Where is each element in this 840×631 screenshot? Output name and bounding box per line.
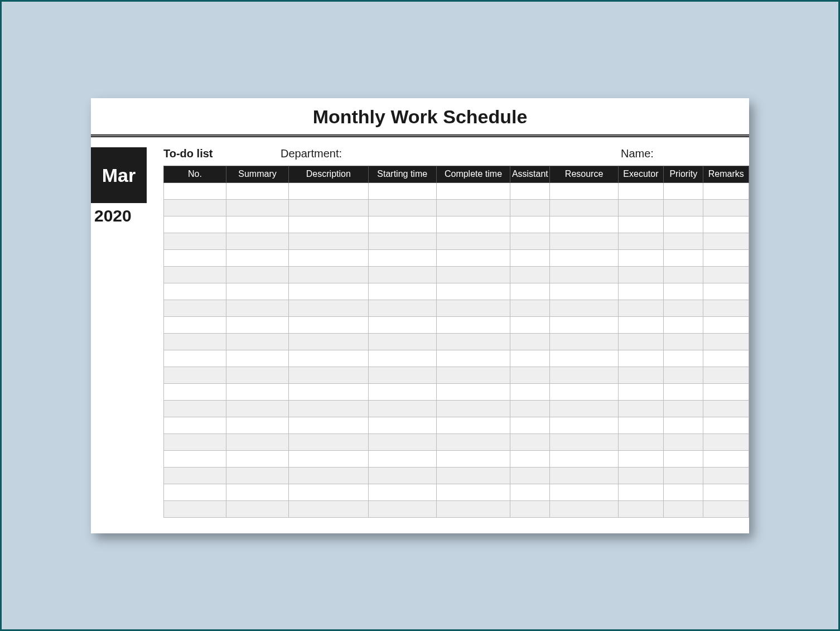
cell[interactable] xyxy=(368,417,436,433)
cell[interactable] xyxy=(226,500,289,517)
cell[interactable] xyxy=(289,300,369,316)
cell[interactable] xyxy=(226,249,289,266)
cell[interactable] xyxy=(368,450,436,467)
cell[interactable] xyxy=(289,283,369,300)
cell[interactable] xyxy=(664,249,703,266)
cell[interactable] xyxy=(550,367,618,383)
cell[interactable] xyxy=(436,467,510,484)
cell[interactable] xyxy=(618,283,663,300)
cell[interactable] xyxy=(368,400,436,417)
cell[interactable] xyxy=(550,383,618,400)
cell[interactable] xyxy=(510,316,550,333)
cell[interactable] xyxy=(226,266,289,283)
cell[interactable] xyxy=(436,383,510,400)
cell[interactable] xyxy=(226,433,289,450)
cell[interactable] xyxy=(436,350,510,367)
cell[interactable] xyxy=(436,199,510,216)
cell[interactable] xyxy=(664,216,703,233)
cell[interactable] xyxy=(368,249,436,266)
cell[interactable] xyxy=(436,300,510,316)
cell[interactable] xyxy=(164,400,226,417)
cell[interactable] xyxy=(436,450,510,467)
cell[interactable] xyxy=(289,383,369,400)
cell[interactable] xyxy=(510,350,550,367)
cell[interactable] xyxy=(664,400,703,417)
cell[interactable] xyxy=(664,316,703,333)
cell[interactable] xyxy=(289,433,369,450)
cell[interactable] xyxy=(550,400,618,417)
cell[interactable] xyxy=(618,417,663,433)
cell[interactable] xyxy=(164,484,226,500)
cell[interactable] xyxy=(618,266,663,283)
cell[interactable] xyxy=(226,467,289,484)
cell[interactable] xyxy=(368,383,436,400)
cell[interactable] xyxy=(703,182,749,199)
cell[interactable] xyxy=(368,333,436,350)
cell[interactable] xyxy=(550,266,618,283)
cell[interactable] xyxy=(550,484,618,500)
cell[interactable] xyxy=(510,367,550,383)
cell[interactable] xyxy=(289,417,369,433)
cell[interactable] xyxy=(550,333,618,350)
cell[interactable] xyxy=(436,417,510,433)
cell[interactable] xyxy=(164,249,226,266)
cell[interactable] xyxy=(510,484,550,500)
cell[interactable] xyxy=(226,216,289,233)
cell[interactable] xyxy=(550,216,618,233)
cell[interactable] xyxy=(664,450,703,467)
cell[interactable] xyxy=(164,300,226,316)
cell[interactable] xyxy=(436,216,510,233)
cell[interactable] xyxy=(436,249,510,266)
cell[interactable] xyxy=(510,216,550,233)
cell[interactable] xyxy=(226,400,289,417)
cell[interactable] xyxy=(664,433,703,450)
cell[interactable] xyxy=(703,300,749,316)
cell[interactable] xyxy=(618,233,663,249)
cell[interactable] xyxy=(618,433,663,450)
cell[interactable] xyxy=(510,233,550,249)
cell[interactable] xyxy=(226,417,289,433)
cell[interactable] xyxy=(289,249,369,266)
cell[interactable] xyxy=(703,283,749,300)
cell[interactable] xyxy=(368,233,436,249)
cell[interactable] xyxy=(550,500,618,517)
cell[interactable] xyxy=(368,182,436,199)
cell[interactable] xyxy=(510,283,550,300)
cell[interactable] xyxy=(226,350,289,367)
cell[interactable] xyxy=(618,249,663,266)
cell[interactable] xyxy=(664,333,703,350)
cell[interactable] xyxy=(164,450,226,467)
cell[interactable] xyxy=(289,367,369,383)
cell[interactable] xyxy=(226,333,289,350)
cell[interactable] xyxy=(510,450,550,467)
cell[interactable] xyxy=(618,367,663,383)
cell[interactable] xyxy=(618,467,663,484)
cell[interactable] xyxy=(289,467,369,484)
cell[interactable] xyxy=(368,484,436,500)
cell[interactable] xyxy=(550,316,618,333)
cell[interactable] xyxy=(550,182,618,199)
cell[interactable] xyxy=(618,484,663,500)
cell[interactable] xyxy=(289,450,369,467)
cell[interactable] xyxy=(289,199,369,216)
cell[interactable] xyxy=(510,333,550,350)
cell[interactable] xyxy=(550,350,618,367)
cell[interactable] xyxy=(436,266,510,283)
cell[interactable] xyxy=(550,249,618,266)
cell[interactable] xyxy=(436,484,510,500)
cell[interactable] xyxy=(164,182,226,199)
cell[interactable] xyxy=(664,367,703,383)
cell[interactable] xyxy=(436,333,510,350)
cell[interactable] xyxy=(510,182,550,199)
cell[interactable] xyxy=(164,383,226,400)
cell[interactable] xyxy=(664,199,703,216)
cell[interactable] xyxy=(164,266,226,283)
cell[interactable] xyxy=(226,383,289,400)
cell[interactable] xyxy=(289,266,369,283)
cell[interactable] xyxy=(618,182,663,199)
cell[interactable] xyxy=(368,216,436,233)
cell[interactable] xyxy=(289,333,369,350)
cell[interactable] xyxy=(703,233,749,249)
cell[interactable] xyxy=(436,182,510,199)
cell[interactable] xyxy=(164,283,226,300)
